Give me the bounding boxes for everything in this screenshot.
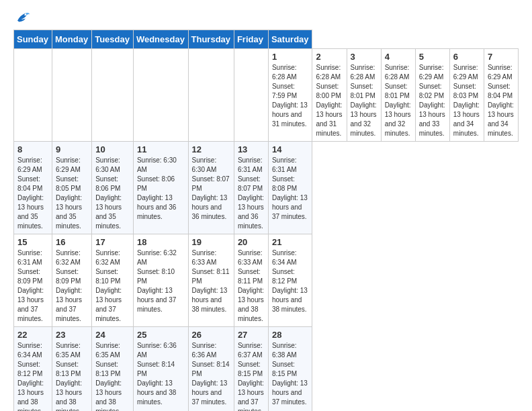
day-number: 13 — [238, 144, 265, 154]
calendar-day-cell: 16Sunrise: 6:32 AMSunset: 8:09 PMDayligh… — [52, 234, 92, 327]
calendar-day-cell: 22Sunrise: 6:34 AMSunset: 8:12 PMDayligh… — [14, 327, 52, 412]
day-info: Sunrise: 6:33 AMSunset: 8:11 PMDaylight:… — [238, 248, 265, 324]
day-info: Sunrise: 6:34 AMSunset: 8:12 PMDaylight:… — [17, 341, 48, 411]
calendar-body: 1Sunrise: 6:28 AMSunset: 7:59 PMDaylight… — [14, 49, 519, 412]
day-info: Sunrise: 6:33 AMSunset: 8:11 PMDaylight:… — [192, 248, 230, 314]
calendar-day-cell: 21Sunrise: 6:34 AMSunset: 8:12 PMDayligh… — [268, 234, 312, 327]
day-info: Sunrise: 6:34 AMSunset: 8:12 PMDaylight:… — [272, 248, 309, 314]
calendar-header-thursday: Thursday — [188, 30, 234, 49]
day-info: Sunrise: 6:29 AMSunset: 8:05 PMDaylight:… — [56, 156, 88, 231]
day-number: 24 — [95, 330, 130, 340]
calendar-day-cell — [234, 49, 268, 142]
day-info: Sunrise: 6:28 AMSunset: 8:01 PMDaylight:… — [385, 63, 412, 138]
calendar-header-wednesday: Wednesday — [133, 30, 188, 49]
day-info: Sunrise: 6:32 AMSunset: 8:09 PMDaylight:… — [56, 248, 88, 324]
day-info: Sunrise: 6:28 AMSunset: 8:01 PMDaylight:… — [351, 63, 378, 138]
calendar-day-cell: 3Sunrise: 6:28 AMSunset: 8:01 PMDaylight… — [347, 49, 381, 142]
day-number: 8 — [17, 144, 48, 154]
calendar-day-cell: 5Sunrise: 6:29 AMSunset: 8:02 PMDaylight… — [415, 49, 449, 142]
calendar-day-cell: 12Sunrise: 6:30 AMSunset: 8:07 PMDayligh… — [188, 142, 234, 234]
calendar-header-monday: Monday — [52, 30, 92, 49]
calendar-day-cell: 24Sunrise: 6:35 AMSunset: 8:13 PMDayligh… — [92, 327, 134, 412]
day-info: Sunrise: 6:28 AMSunset: 7:59 PMDaylight:… — [272, 63, 309, 129]
day-number: 6 — [453, 52, 480, 62]
calendar-day-cell: 13Sunrise: 6:31 AMSunset: 8:07 PMDayligh… — [234, 142, 268, 234]
day-info: Sunrise: 6:35 AMSunset: 8:13 PMDaylight:… — [56, 341, 88, 411]
day-number: 18 — [137, 237, 185, 247]
calendar-day-cell — [133, 49, 188, 142]
day-info: Sunrise: 6:32 AMSunset: 8:10 PMDaylight:… — [137, 248, 185, 314]
calendar-week-row: 22Sunrise: 6:34 AMSunset: 8:12 PMDayligh… — [14, 327, 519, 412]
calendar-day-cell: 1Sunrise: 6:28 AMSunset: 7:59 PMDaylight… — [268, 49, 312, 142]
calendar-day-cell: 17Sunrise: 6:32 AMSunset: 8:10 PMDayligh… — [92, 234, 134, 327]
day-info: Sunrise: 6:37 AMSunset: 8:15 PMDaylight:… — [238, 341, 265, 411]
calendar-day-cell — [92, 49, 134, 142]
calendar-day-cell: 11Sunrise: 6:30 AMSunset: 8:06 PMDayligh… — [133, 142, 188, 234]
calendar-day-cell — [188, 49, 234, 142]
day-number: 25 — [137, 330, 185, 340]
day-number: 17 — [95, 237, 130, 247]
day-number: 11 — [137, 144, 185, 154]
logo — [13, 11, 32, 24]
day-number: 15 — [17, 237, 48, 247]
day-number: 3 — [351, 52, 378, 62]
calendar-week-row: 8Sunrise: 6:29 AMSunset: 8:04 PMDaylight… — [14, 142, 519, 234]
day-info: Sunrise: 6:29 AMSunset: 8:03 PMDaylight:… — [453, 63, 480, 138]
day-info: Sunrise: 6:31 AMSunset: 8:09 PMDaylight:… — [17, 248, 48, 324]
calendar-day-cell: 26Sunrise: 6:36 AMSunset: 8:14 PMDayligh… — [188, 327, 234, 412]
day-number: 26 — [192, 330, 230, 340]
calendar-day-cell: 18Sunrise: 6:32 AMSunset: 8:10 PMDayligh… — [133, 234, 188, 327]
calendar-table: SundayMondayTuesdayWednesdayThursdayFrid… — [13, 30, 519, 411]
calendar-day-cell: 19Sunrise: 6:33 AMSunset: 8:11 PMDayligh… — [188, 234, 234, 327]
day-number: 16 — [56, 237, 88, 247]
calendar-header-row: SundayMondayTuesdayWednesdayThursdayFrid… — [14, 30, 519, 49]
day-number: 12 — [192, 144, 230, 154]
calendar-day-cell: 14Sunrise: 6:31 AMSunset: 8:08 PMDayligh… — [268, 142, 312, 234]
day-number: 22 — [17, 330, 48, 340]
calendar-day-cell — [52, 49, 92, 142]
day-number: 4 — [385, 52, 412, 62]
day-info: Sunrise: 6:29 AMSunset: 8:04 PMDaylight:… — [488, 63, 515, 138]
day-number: 10 — [95, 144, 130, 154]
calendar-week-row: 1Sunrise: 6:28 AMSunset: 7:59 PMDaylight… — [14, 49, 519, 142]
day-info: Sunrise: 6:36 AMSunset: 8:14 PMDaylight:… — [192, 341, 230, 407]
day-number: 23 — [56, 330, 88, 340]
calendar-header-sunday: Sunday — [14, 30, 52, 49]
day-info: Sunrise: 6:38 AMSunset: 8:15 PMDaylight:… — [272, 341, 309, 407]
day-info: Sunrise: 6:31 AMSunset: 8:07 PMDaylight:… — [238, 156, 265, 231]
day-info: Sunrise: 6:31 AMSunset: 8:08 PMDaylight:… — [272, 156, 309, 222]
day-number: 9 — [56, 144, 88, 154]
calendar-day-cell: 4Sunrise: 6:28 AMSunset: 8:01 PMDaylight… — [381, 49, 415, 142]
calendar-week-row: 15Sunrise: 6:31 AMSunset: 8:09 PMDayligh… — [14, 234, 519, 327]
calendar-day-cell: 15Sunrise: 6:31 AMSunset: 8:09 PMDayligh… — [14, 234, 52, 327]
day-number: 14 — [272, 144, 309, 154]
day-info: Sunrise: 6:35 AMSunset: 8:13 PMDaylight:… — [95, 341, 130, 411]
calendar-day-cell: 23Sunrise: 6:35 AMSunset: 8:13 PMDayligh… — [52, 327, 92, 412]
day-number: 19 — [192, 237, 230, 247]
calendar-header-tuesday: Tuesday — [92, 30, 134, 49]
calendar-header-friday: Friday — [234, 30, 268, 49]
calendar-day-cell: 20Sunrise: 6:33 AMSunset: 8:11 PMDayligh… — [234, 234, 268, 327]
day-info: Sunrise: 6:28 AMSunset: 8:00 PMDaylight:… — [316, 63, 343, 138]
calendar-day-cell: 2Sunrise: 6:28 AMSunset: 8:00 PMDaylight… — [312, 49, 347, 142]
day-number: 7 — [488, 52, 515, 62]
logo-bird-icon — [15, 11, 31, 24]
day-number: 27 — [238, 330, 265, 340]
day-number: 2 — [316, 52, 343, 62]
calendar-day-cell: 8Sunrise: 6:29 AMSunset: 8:04 PMDaylight… — [14, 142, 52, 234]
calendar-day-cell: 6Sunrise: 6:29 AMSunset: 8:03 PMDaylight… — [449, 49, 484, 142]
day-number: 5 — [419, 52, 446, 62]
calendar-day-cell: 27Sunrise: 6:37 AMSunset: 8:15 PMDayligh… — [234, 327, 268, 412]
day-number: 28 — [272, 330, 309, 340]
calendar-day-cell: 7Sunrise: 6:29 AMSunset: 8:04 PMDaylight… — [484, 49, 518, 142]
day-number: 1 — [272, 52, 309, 62]
day-info: Sunrise: 6:29 AMSunset: 8:04 PMDaylight:… — [17, 156, 48, 231]
day-info: Sunrise: 6:30 AMSunset: 8:06 PMDaylight:… — [95, 156, 130, 231]
calendar-day-cell: 9Sunrise: 6:29 AMSunset: 8:05 PMDaylight… — [52, 142, 92, 234]
calendar-day-cell — [14, 49, 52, 142]
day-info: Sunrise: 6:32 AMSunset: 8:10 PMDaylight:… — [95, 248, 130, 324]
day-info: Sunrise: 6:30 AMSunset: 8:07 PMDaylight:… — [192, 156, 230, 222]
day-info: Sunrise: 6:29 AMSunset: 8:02 PMDaylight:… — [419, 63, 446, 138]
calendar-day-cell: 10Sunrise: 6:30 AMSunset: 8:06 PMDayligh… — [92, 142, 134, 234]
day-info: Sunrise: 6:30 AMSunset: 8:06 PMDaylight:… — [137, 156, 185, 222]
